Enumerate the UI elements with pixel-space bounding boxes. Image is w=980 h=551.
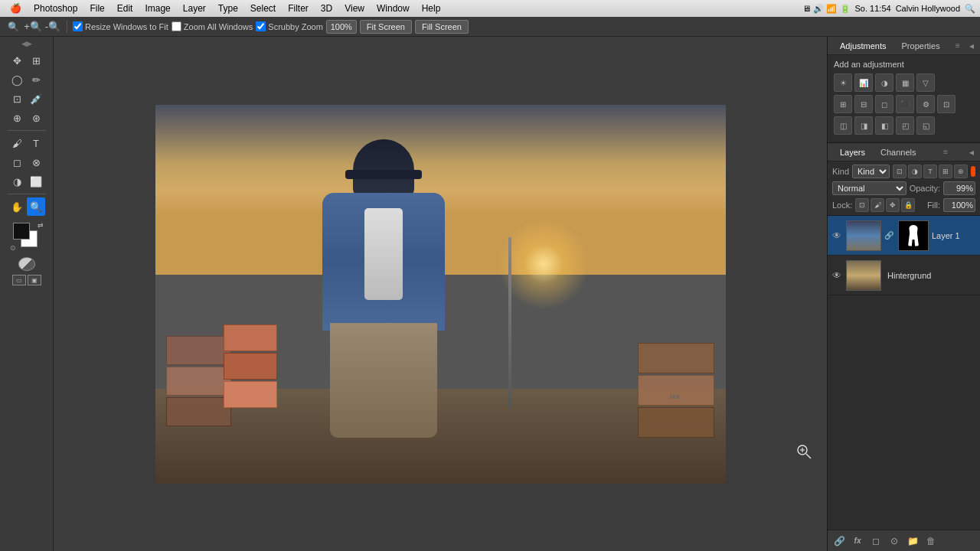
layer-group-icon[interactable]: 📁	[906, 534, 920, 548]
adj-colorlookup-icon[interactable]: ⊡	[937, 95, 956, 113]
quick-mask-icon[interactable]	[18, 257, 35, 271]
zoom-all-windows-input[interactable]	[172, 21, 181, 31]
layers-collapse-btn[interactable]: ◂	[969, 147, 974, 158]
adj-brightness-icon[interactable]: ☀	[834, 73, 852, 92]
menu-window[interactable]: Window	[371, 2, 415, 15]
layer-mask-icon[interactable]: ◻	[869, 534, 883, 548]
menu-select[interactable]: Select	[245, 2, 281, 15]
adj-photofilter-icon[interactable]: ⬛	[896, 95, 914, 113]
lock-all-icon[interactable]: 🔒	[901, 198, 915, 212]
filter-smart-icon[interactable]: ⊛	[954, 165, 968, 178]
lock-position-icon[interactable]: ✥	[886, 198, 900, 212]
adj-channelmixer-icon[interactable]: ⚙	[916, 95, 935, 113]
apple-menu[interactable]: 🍎	[5, 2, 27, 15]
tool-row-7: ◑ ⬜	[8, 172, 45, 191]
panel-collapse-arrow[interactable]: ◀▶	[21, 40, 32, 47]
hand-tool[interactable]: ✋	[8, 197, 26, 216]
tab-channels[interactable]: Channels	[874, 146, 922, 158]
adjustments-collapse-btn[interactable]: ◂	[969, 41, 974, 51]
adj-colorbalance-icon[interactable]: ⊟	[854, 95, 873, 113]
filter-shape-icon[interactable]: ⊞	[939, 165, 952, 178]
zoom-level-input[interactable]: 100%	[326, 20, 357, 34]
artboard-tool[interactable]: ⊞	[27, 51, 45, 70]
adj-invert-icon[interactable]: ◫	[834, 116, 852, 135]
zoom-out-icon[interactable]: -🔍	[44, 19, 61, 34]
fit-screen-button[interactable]: Fit Screen	[360, 20, 412, 34]
filter-toggle[interactable]	[971, 166, 975, 177]
filter-text-icon[interactable]: T	[923, 165, 937, 178]
dodge-tool[interactable]: ◑	[8, 172, 26, 191]
tab-properties[interactable]: Properties	[896, 40, 946, 52]
layer-adjustment-icon[interactable]: ⊙	[887, 534, 901, 548]
full-screen-mode[interactable]: ▣	[28, 275, 41, 285]
eraser-tool[interactable]: ◻	[8, 153, 26, 171]
adj-exposure-icon[interactable]: ▦	[896, 73, 914, 92]
blend-mode-select[interactable]: Normal Multiply Screen Overlay	[832, 181, 906, 195]
layer-row-1[interactable]: 👁 🔗 Layer 1	[828, 216, 980, 256]
adj-selectivecolor-icon[interactable]: ◱	[916, 116, 935, 135]
standard-screen-mode[interactable]: ▭	[12, 275, 26, 285]
move-tool[interactable]: ✥	[8, 51, 26, 70]
tab-adjustments[interactable]: Adjustments	[834, 40, 893, 52]
menu-file[interactable]: File	[84, 2, 109, 15]
canvas-area[interactable]: tex	[54, 37, 827, 551]
heal-tool[interactable]: ⊕	[8, 109, 26, 127]
scrubby-zoom-checkbox[interactable]: Scrubby Zoom	[256, 21, 323, 31]
filter-kind-select[interactable]: Kind	[852, 165, 890, 178]
filter-adj-icon[interactable]: ◑	[908, 165, 922, 178]
adj-gradientmap-icon[interactable]: ◰	[896, 116, 914, 135]
adj-vibrance-icon[interactable]: ▽	[916, 73, 935, 92]
blur-tool[interactable]: ⊗	[27, 153, 45, 171]
shape-tool[interactable]: ⬜	[27, 172, 45, 191]
layers-menu-btn[interactable]: ≡	[943, 148, 948, 156]
zoom-in-icon[interactable]: +🔍	[24, 19, 41, 34]
menu-layer[interactable]: Layer	[178, 2, 211, 15]
layer-1-visibility[interactable]: 👁	[831, 230, 843, 242]
menu-help[interactable]: Help	[416, 2, 446, 15]
reset-colors-icon[interactable]: ⊙	[10, 244, 16, 252]
pen-tool[interactable]: ✏	[27, 70, 45, 89]
hintergrund-visibility[interactable]: 👁	[831, 269, 843, 282]
zoom-tool[interactable]: 🔍	[27, 197, 45, 216]
layer-link-bottom-icon[interactable]: 🔗	[832, 534, 846, 548]
zoom-all-windows-checkbox[interactable]: Zoom All Windows	[172, 21, 253, 31]
menu-3d[interactable]: 3D	[315, 2, 338, 15]
scrubby-zoom-input[interactable]	[256, 21, 266, 31]
zoom-tool-icon[interactable]: 🔍	[5, 19, 21, 34]
layers-lock-row: Lock: ⊡ 🖌 ✥ 🔒 Fill:	[832, 198, 975, 212]
search-icon[interactable]: 🔍	[965, 4, 975, 14]
filter-pixel-icon[interactable]: ⊡	[893, 165, 906, 178]
layer-row-hintergrund[interactable]: 👁 Hintergrund	[828, 256, 980, 295]
adjustments-menu-btn[interactable]: ≡	[956, 41, 960, 50]
adj-posterize-icon[interactable]: ◨	[854, 116, 873, 135]
swap-colors-icon[interactable]: ⇄	[38, 221, 44, 229]
menu-filter[interactable]: Filter	[283, 2, 314, 15]
menu-edit[interactable]: Edit	[112, 2, 139, 15]
lock-transparent-icon[interactable]: ⊡	[855, 198, 869, 212]
crop-tool[interactable]: ⊡	[8, 90, 26, 108]
layer-delete-icon[interactable]: 🗑	[924, 534, 938, 548]
eyedropper-tool[interactable]: 💉	[27, 90, 45, 108]
adj-bw-icon[interactable]: ◻	[875, 95, 893, 113]
lasso-tool[interactable]: ◯	[8, 70, 26, 89]
resize-windows-input[interactable]	[73, 21, 83, 31]
foreground-color-swatch[interactable]	[13, 223, 30, 240]
lock-image-icon[interactable]: 🖌	[871, 198, 884, 212]
brush-tool[interactable]: 🖌	[8, 134, 26, 152]
fill-screen-button[interactable]: Fill Screen	[415, 20, 469, 34]
menu-image[interactable]: Image	[139, 2, 175, 15]
layer-fx-icon[interactable]: fx	[851, 534, 864, 548]
opacity-input[interactable]	[943, 181, 975, 195]
adj-threshold-icon[interactable]: ◧	[875, 116, 893, 135]
text-tool[interactable]: T	[27, 134, 45, 152]
resize-windows-checkbox[interactable]: Resize Windows to Fit	[73, 21, 168, 31]
fill-input[interactable]	[943, 198, 975, 212]
adj-levels-icon[interactable]: 📊	[854, 73, 873, 92]
menu-photoshop[interactable]: Photoshop	[28, 2, 83, 15]
adj-hsl-icon[interactable]: ⊞	[834, 95, 852, 113]
tab-layers[interactable]: Layers	[834, 146, 871, 158]
stamp-tool[interactable]: ⊛	[27, 109, 45, 127]
menu-view[interactable]: View	[339, 2, 370, 15]
adj-curves-icon[interactable]: ◑	[875, 73, 893, 92]
menu-type[interactable]: Type	[213, 2, 243, 15]
